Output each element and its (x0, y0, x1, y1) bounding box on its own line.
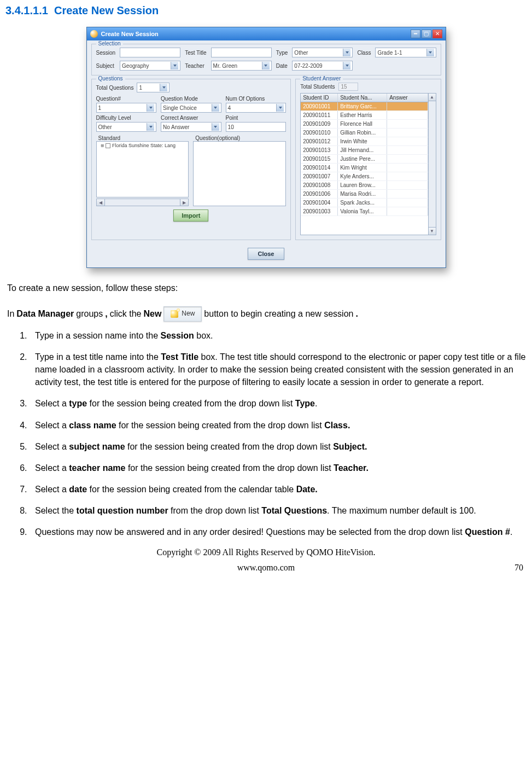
cell-student-name: Kyle Anders... (338, 172, 387, 180)
cell-student-name: Lauren Brow... (338, 181, 387, 189)
teacher-select[interactable]: Mr. Green (211, 61, 272, 71)
col-answer[interactable]: Answer (387, 94, 428, 102)
table-row[interactable]: 200901008Lauren Brow... (301, 181, 428, 190)
chevron-down-icon (160, 84, 167, 91)
cell-student-name: Florence Hall (338, 120, 387, 128)
col-student-id[interactable]: Student ID (301, 94, 338, 102)
table-row[interactable]: 200901013Jill Hernand... (301, 146, 428, 155)
student-answer-panel: Student Answer Total Students 15 Student… (295, 79, 441, 240)
table-row[interactable]: 200901006Marisa Rodri... (301, 190, 428, 199)
subject-value: Geography (122, 63, 149, 69)
testtitle-input[interactable] (211, 48, 272, 57)
point-label: Point (226, 115, 287, 121)
instruction-line: In Data Manager groups, click the New Ne… (7, 306, 527, 321)
difficulty-value: Other (98, 124, 112, 130)
import-button[interactable]: Import (173, 209, 208, 222)
cell-student-name: Justine Pere... (338, 155, 387, 163)
footer: Copyright © 2009 All Rights Reserved by … (5, 548, 527, 573)
cell-student-name: Esther Harris (338, 111, 387, 119)
cell-student-id: 200901011 (301, 111, 338, 119)
step-item: Select a type for the session being crea… (30, 397, 527, 410)
session-input[interactable] (120, 48, 180, 57)
cell-student-name: Brittany Garc... (338, 102, 387, 110)
close-button[interactable]: Close (248, 248, 285, 260)
dialog-title: Create New Session (101, 31, 407, 37)
correct-answer-label: Correct Answer (161, 115, 221, 121)
table-row[interactable]: 200901004Spark Jacks... (301, 199, 428, 207)
minimize-button[interactable]: ━ (411, 30, 420, 38)
table-row[interactable]: 200901014Kim Wright (301, 164, 428, 172)
scroll-down-button[interactable]: ▼ (429, 227, 436, 235)
table-row[interactable]: 200901010Gillian Robin... (301, 129, 428, 137)
table-row[interactable]: 200901009Florence Hall (301, 120, 428, 129)
cell-student-name: Valonia Tayl... (338, 207, 387, 215)
chevron-down-icon (147, 104, 154, 112)
chevron-down-icon (343, 49, 350, 56)
cell-student-id: 200901008 (301, 181, 338, 189)
tree-item[interactable]: ⊞ Florida Sunshine State: Lang (99, 143, 186, 148)
type-select[interactable]: Other (292, 48, 353, 57)
standard-label: Standard (96, 135, 189, 141)
scrollbar-track[interactable] (105, 199, 180, 206)
expand-icon[interactable]: ⊞ (101, 143, 104, 148)
cell-student-name: Spark Jacks... (338, 199, 387, 207)
student-table-header: Student ID Student Na... Answer (301, 94, 428, 102)
type-value: Other (294, 50, 308, 56)
step-item: Select a teacher name for the session be… (30, 462, 527, 474)
scroll-right-button[interactable]: ▶ (180, 199, 189, 206)
class-select[interactable]: Grade 1-1 (375, 48, 436, 57)
step-item: Type in a test title name into the Test … (30, 351, 527, 389)
scroll-up-button[interactable]: ▲ (429, 94, 436, 101)
cell-student-id: 200901003 (301, 207, 338, 215)
class-label: Class (357, 50, 371, 56)
table-row[interactable]: 200901007Kyle Anders... (301, 172, 428, 181)
point-input[interactable] (226, 122, 287, 132)
text-bold: . (355, 307, 358, 320)
cell-student-id: 200901012 (301, 137, 338, 145)
subject-label: Subject (96, 63, 116, 69)
tree-checkbox[interactable] (106, 143, 110, 148)
standard-tree[interactable]: ⊞ Florida Sunshine State: Lang (96, 141, 189, 197)
section-number: 3.4.1.1.1 (5, 4, 48, 16)
student-table-scrollbar[interactable]: ▲ ▼ (428, 94, 436, 235)
question-optional-input[interactable] (193, 141, 286, 206)
teacher-label: Teacher (185, 63, 206, 69)
question-mode-select[interactable]: Single Choice (161, 103, 221, 113)
student-table: Student ID Student Na... Answer 20090100… (300, 93, 436, 235)
total-students-value: 15 (338, 83, 358, 91)
dialog-screenshot: Create New Session ━ ▢ ✕ Selection Sessi… (5, 27, 527, 268)
chevron-down-icon (343, 62, 350, 69)
question-num-select[interactable]: 1 (96, 103, 157, 113)
correct-answer-select[interactable]: No Answer (161, 122, 221, 132)
table-row[interactable]: 200901012Irwin White (301, 137, 428, 146)
type-label: Type (276, 50, 288, 56)
scroll-left-button[interactable]: ◀ (96, 199, 105, 206)
cell-answer (387, 120, 428, 128)
date-select[interactable]: 07-22-2009 (292, 61, 353, 71)
num-options-select[interactable]: 4 (226, 103, 287, 113)
teacher-value: Mr. Green (213, 63, 237, 69)
subject-select[interactable]: Geography (120, 61, 180, 71)
section-heading: 3.4.1.1.1 Create New Session (5, 4, 527, 17)
question-optional-label: Question(optional) (193, 135, 286, 141)
table-row[interactable]: 200901001Brittany Garc... (301, 102, 428, 111)
chevron-down-icon (212, 104, 219, 112)
text: click the (110, 307, 142, 320)
cell-answer (387, 102, 428, 110)
student-answer-legend: Student Answer (300, 75, 343, 81)
table-row[interactable]: 200901015Justine Pere... (301, 155, 428, 164)
difficulty-select[interactable]: Other (96, 122, 157, 132)
total-questions-select[interactable]: 1 (137, 83, 169, 92)
cell-answer (387, 129, 428, 137)
maximize-button[interactable]: ▢ (422, 30, 431, 38)
chevron-down-icon (426, 49, 434, 56)
section-title: Create New Session (54, 4, 159, 16)
table-row[interactable]: 200901003Valonia Tayl... (301, 207, 428, 216)
step-item: Select a subject name for the session be… (30, 440, 527, 453)
col-student-name[interactable]: Student Na... (338, 94, 387, 102)
table-row[interactable]: 200901011Esther Harris (301, 111, 428, 120)
cell-student-id: 200901010 (301, 129, 338, 137)
cell-student-name: Marisa Rodri... (338, 190, 387, 198)
cell-student-id: 200901004 (301, 199, 338, 207)
close-window-button[interactable]: ✕ (432, 30, 442, 38)
